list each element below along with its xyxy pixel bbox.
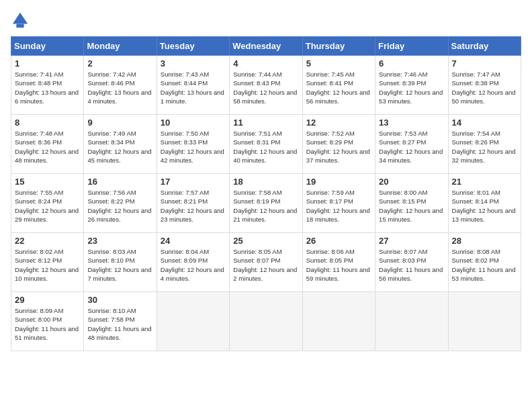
calendar-cell: 13 Sunrise: 7:53 AM Sunset: 8:27 PM Dayl… bbox=[375, 115, 448, 174]
calendar-cell: 16 Sunrise: 7:56 AM Sunset: 8:22 PM Dayl… bbox=[84, 174, 157, 233]
calendar-cell: 8 Sunrise: 7:48 AM Sunset: 8:36 PM Dayli… bbox=[11, 115, 84, 174]
day-number: 13 bbox=[379, 118, 444, 128]
calendar-cell: 17 Sunrise: 7:57 AM Sunset: 8:21 PM Dayl… bbox=[157, 174, 229, 233]
calendar-cell: 15 Sunrise: 7:55 AM Sunset: 8:24 PM Dayl… bbox=[11, 174, 84, 233]
calendar-cell: 21 Sunrise: 8:01 AM Sunset: 8:14 PM Dayl… bbox=[448, 174, 521, 233]
calendar-cell: 5 Sunrise: 7:45 AM Sunset: 8:41 PM Dayli… bbox=[302, 56, 375, 115]
calendar-cell: 6 Sunrise: 7:46 AM Sunset: 8:39 PM Dayli… bbox=[375, 56, 448, 115]
day-info: Sunrise: 7:41 AM Sunset: 8:48 PM Dayligh… bbox=[15, 70, 80, 105]
weekday-header-wednesday: Wednesday bbox=[230, 37, 302, 56]
day-info: Sunrise: 7:51 AM Sunset: 8:31 PM Dayligh… bbox=[233, 129, 298, 165]
calendar-cell: 2 Sunrise: 7:42 AM Sunset: 8:46 PM Dayli… bbox=[84, 56, 157, 115]
day-number: 24 bbox=[161, 236, 226, 246]
calendar-cell: 26 Sunrise: 8:06 AM Sunset: 8:05 PM Dayl… bbox=[302, 233, 375, 292]
day-number: 16 bbox=[87, 177, 152, 187]
calendar-cell: 12 Sunrise: 7:52 AM Sunset: 8:29 PM Dayl… bbox=[302, 115, 375, 174]
day-info: Sunrise: 7:47 AM Sunset: 8:38 PM Dayligh… bbox=[452, 70, 517, 105]
day-info: Sunrise: 8:06 AM Sunset: 8:05 PM Dayligh… bbox=[306, 247, 371, 283]
calendar-cell: 28 Sunrise: 8:08 AM Sunset: 8:02 PM Dayl… bbox=[448, 233, 521, 292]
day-info: Sunrise: 7:46 AM Sunset: 8:39 PM Dayligh… bbox=[379, 70, 444, 105]
calendar-cell: 22 Sunrise: 8:02 AM Sunset: 8:12 PM Dayl… bbox=[11, 233, 84, 292]
weekday-header-monday: Monday bbox=[84, 37, 157, 56]
calendar-cell: 29 Sunrise: 8:09 AM Sunset: 8:00 PM Dayl… bbox=[11, 292, 84, 351]
calendar-cell: 20 Sunrise: 8:00 AM Sunset: 8:15 PM Dayl… bbox=[375, 174, 448, 233]
day-info: Sunrise: 7:49 AM Sunset: 8:34 PM Dayligh… bbox=[87, 129, 152, 165]
calendar-cell: 23 Sunrise: 8:03 AM Sunset: 8:10 PM Dayl… bbox=[84, 233, 157, 292]
day-info: Sunrise: 8:05 AM Sunset: 8:07 PM Dayligh… bbox=[233, 247, 298, 283]
day-number: 2 bbox=[87, 58, 152, 68]
day-number: 19 bbox=[306, 177, 371, 187]
day-number: 11 bbox=[233, 118, 298, 128]
day-info: Sunrise: 7:57 AM Sunset: 8:21 PM Dayligh… bbox=[161, 188, 226, 224]
day-number: 25 bbox=[233, 236, 298, 246]
day-number: 29 bbox=[15, 295, 80, 305]
calendar-cell: 27 Sunrise: 8:07 AM Sunset: 8:03 PM Dayl… bbox=[375, 233, 448, 292]
day-number: 8 bbox=[15, 118, 80, 128]
day-number: 18 bbox=[233, 177, 298, 187]
day-number: 6 bbox=[379, 58, 444, 68]
day-info: Sunrise: 8:00 AM Sunset: 8:15 PM Dayligh… bbox=[379, 188, 444, 224]
day-info: Sunrise: 7:43 AM Sunset: 8:44 PM Dayligh… bbox=[161, 70, 226, 105]
day-number: 10 bbox=[161, 118, 226, 128]
calendar: SundayMondayTuesdayWednesdayThursdayFrid… bbox=[11, 36, 521, 351]
calendar-cell: 30 Sunrise: 8:10 AM Sunset: 7:58 PM Dayl… bbox=[84, 292, 157, 351]
day-number: 12 bbox=[306, 118, 371, 128]
svg-rect-2 bbox=[16, 24, 24, 28]
day-number: 15 bbox=[15, 177, 80, 187]
calendar-cell: 19 Sunrise: 7:59 AM Sunset: 8:17 PM Dayl… bbox=[302, 174, 375, 233]
day-number: 4 bbox=[233, 58, 298, 68]
calendar-cell bbox=[448, 292, 521, 351]
weekday-header-tuesday: Tuesday bbox=[157, 37, 229, 56]
calendar-cell bbox=[302, 292, 375, 351]
header bbox=[11, 11, 521, 30]
day-number: 14 bbox=[452, 118, 517, 128]
day-info: Sunrise: 8:09 AM Sunset: 8:00 PM Dayligh… bbox=[15, 306, 80, 342]
day-info: Sunrise: 7:58 AM Sunset: 8:19 PM Dayligh… bbox=[233, 188, 298, 224]
calendar-cell: 4 Sunrise: 7:44 AM Sunset: 8:43 PM Dayli… bbox=[230, 56, 302, 115]
day-number: 3 bbox=[161, 58, 226, 68]
calendar-cell: 11 Sunrise: 7:51 AM Sunset: 8:31 PM Dayl… bbox=[230, 115, 302, 174]
day-info: Sunrise: 8:10 AM Sunset: 7:58 PM Dayligh… bbox=[87, 306, 152, 342]
day-info: Sunrise: 8:01 AM Sunset: 8:14 PM Dayligh… bbox=[452, 188, 517, 224]
calendar-cell: 18 Sunrise: 7:58 AM Sunset: 8:19 PM Dayl… bbox=[230, 174, 302, 233]
calendar-cell: 3 Sunrise: 7:43 AM Sunset: 8:44 PM Dayli… bbox=[157, 56, 229, 115]
day-info: Sunrise: 7:52 AM Sunset: 8:29 PM Dayligh… bbox=[306, 129, 371, 165]
calendar-cell: 25 Sunrise: 8:05 AM Sunset: 8:07 PM Dayl… bbox=[230, 233, 302, 292]
calendar-cell bbox=[230, 292, 302, 351]
day-info: Sunrise: 7:59 AM Sunset: 8:17 PM Dayligh… bbox=[306, 188, 371, 224]
weekday-header-thursday: Thursday bbox=[302, 37, 375, 56]
weekday-header-saturday: Saturday bbox=[448, 37, 521, 56]
day-number: 23 bbox=[87, 236, 152, 246]
logo-icon bbox=[11, 11, 30, 30]
calendar-cell: 24 Sunrise: 8:04 AM Sunset: 8:09 PM Dayl… bbox=[157, 233, 229, 292]
day-info: Sunrise: 7:54 AM Sunset: 8:26 PM Dayligh… bbox=[452, 129, 517, 165]
day-info: Sunrise: 7:42 AM Sunset: 8:46 PM Dayligh… bbox=[87, 70, 152, 105]
day-number: 28 bbox=[452, 236, 517, 246]
day-number: 20 bbox=[379, 177, 444, 187]
day-info: Sunrise: 8:04 AM Sunset: 8:09 PM Dayligh… bbox=[161, 247, 226, 283]
day-number: 22 bbox=[15, 236, 80, 246]
day-info: Sunrise: 7:55 AM Sunset: 8:24 PM Dayligh… bbox=[15, 188, 80, 224]
day-info: Sunrise: 8:08 AM Sunset: 8:02 PM Dayligh… bbox=[452, 247, 517, 283]
calendar-cell: 7 Sunrise: 7:47 AM Sunset: 8:38 PM Dayli… bbox=[448, 56, 521, 115]
day-number: 17 bbox=[161, 177, 226, 187]
day-info: Sunrise: 7:48 AM Sunset: 8:36 PM Dayligh… bbox=[15, 129, 80, 165]
calendar-cell: 1 Sunrise: 7:41 AM Sunset: 8:48 PM Dayli… bbox=[11, 56, 84, 115]
logo bbox=[11, 11, 32, 30]
weekday-header-friday: Friday bbox=[375, 37, 448, 56]
weekday-header-sunday: Sunday bbox=[11, 37, 84, 56]
day-info: Sunrise: 7:50 AM Sunset: 8:33 PM Dayligh… bbox=[161, 129, 226, 165]
calendar-cell: 9 Sunrise: 7:49 AM Sunset: 8:34 PM Dayli… bbox=[84, 115, 157, 174]
day-info: Sunrise: 7:45 AM Sunset: 8:41 PM Dayligh… bbox=[306, 70, 371, 105]
day-info: Sunrise: 7:56 AM Sunset: 8:22 PM Dayligh… bbox=[87, 188, 152, 224]
day-number: 5 bbox=[306, 58, 371, 68]
calendar-cell bbox=[375, 292, 448, 351]
day-info: Sunrise: 8:02 AM Sunset: 8:12 PM Dayligh… bbox=[15, 247, 80, 283]
calendar-cell bbox=[157, 292, 229, 351]
day-number: 26 bbox=[306, 236, 371, 246]
day-info: Sunrise: 7:53 AM Sunset: 8:27 PM Dayligh… bbox=[379, 129, 444, 165]
day-info: Sunrise: 8:07 AM Sunset: 8:03 PM Dayligh… bbox=[379, 247, 444, 283]
day-number: 30 bbox=[87, 295, 152, 305]
calendar-cell: 14 Sunrise: 7:54 AM Sunset: 8:26 PM Dayl… bbox=[448, 115, 521, 174]
day-number: 7 bbox=[452, 58, 517, 68]
